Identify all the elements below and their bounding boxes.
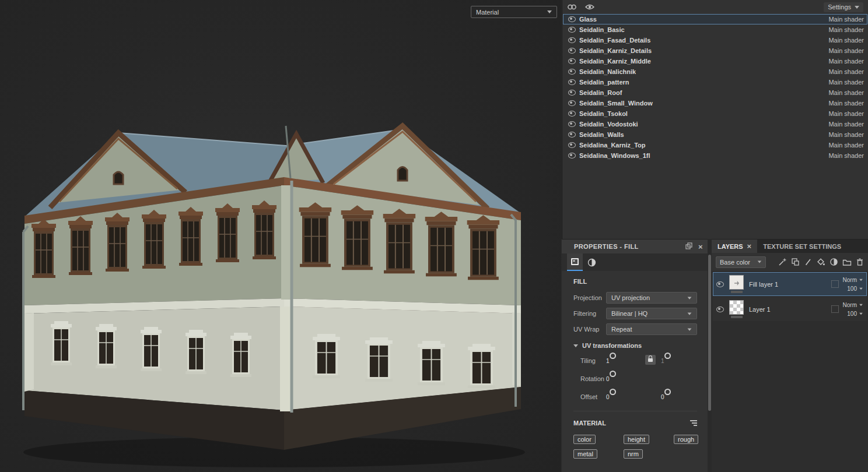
texture-set-row[interactable]: Seidalin_Fasad_Details Main shader: [563, 35, 867, 45]
texture-set-name: Seidalin_Nalichnik: [579, 68, 636, 75]
shader-assignment[interactable]: Main shader: [828, 110, 864, 117]
channel-chip-color[interactable]: color: [573, 435, 596, 444]
visibility-eye-icon[interactable]: [568, 58, 576, 64]
properties-panel-header: PROPERTIES - FILL ×: [562, 239, 708, 253]
shader-assignment[interactable]: Main shader: [828, 100, 864, 107]
uv-transformations-header[interactable]: UV transformations: [573, 342, 697, 349]
texture-set-row[interactable]: Seidalina_Karniz_Top Main shader: [563, 140, 867, 150]
scrollbar-thumb[interactable]: [708, 255, 711, 411]
layer-visibility-eye-icon[interactable]: [716, 307, 724, 312]
visibility-eye-icon[interactable]: [568, 153, 576, 158]
layer-row-paint-layer[interactable]: Layer 1 Norm 100: [713, 297, 867, 321]
shader-assignment[interactable]: Main shader: [828, 37, 864, 44]
add-paint-layer-brush-icon[interactable]: [804, 258, 813, 266]
visibility-eye-icon[interactable]: [568, 69, 576, 75]
shader-assignment[interactable]: Main shader: [828, 131, 864, 138]
visibility-eye-icon[interactable]: [568, 27, 576, 33]
layer-row-fill-layer[interactable]: Fill layer 1 Norm 100: [713, 272, 867, 296]
add-fill-layer-bucket-icon[interactable]: [817, 258, 825, 266]
blend-mode-value: Norm: [843, 277, 857, 283]
visibility-eye-icon[interactable]: [568, 111, 576, 117]
layer-visibility-eye-icon[interactable]: [716, 281, 724, 287]
channel-chip-nrm[interactable]: nrm: [624, 449, 643, 459]
opacity-control[interactable]: 100: [847, 311, 863, 317]
add-effect-wand-icon[interactable]: [778, 258, 787, 266]
shader-assignment[interactable]: Main shader: [828, 152, 864, 159]
texture-set-row[interactable]: Seidalin_Small_Window Main shader: [563, 98, 867, 108]
texture-set-row[interactable]: Seidalin_Walls Main shader: [563, 129, 867, 140]
shader-assignment[interactable]: Main shader: [828, 121, 864, 128]
visibility-eye-icon[interactable]: [568, 79, 576, 85]
slider-knob[interactable]: [610, 371, 616, 377]
tab-texture-set-settings[interactable]: TEXTURE SET SETTINGS: [757, 239, 847, 253]
link-texture-sets-icon[interactable]: [567, 3, 577, 11]
texture-set-settings-dropdown[interactable]: Settings: [824, 2, 863, 12]
add-smart-material-icon[interactable]: [791, 258, 800, 266]
visibility-eye-icon[interactable]: [568, 16, 576, 22]
slider-knob[interactable]: [664, 389, 671, 395]
texture-set-name: Seidalin_Tsokol: [579, 110, 628, 117]
texture-set-row[interactable]: Seidalin_Karniz_Details Main shader: [563, 45, 867, 56]
visibility-eye-icon[interactable]: [568, 132, 576, 138]
shader-assignment[interactable]: Main shader: [828, 89, 864, 96]
rotation-value: 0: [606, 376, 610, 382]
texture-set-row[interactable]: Seidalin_Nalichnik Main shader: [563, 66, 867, 77]
texture-set-row[interactable]: Seidalin_Vodostoki Main shader: [563, 119, 867, 129]
channel-chip-height[interactable]: height: [624, 435, 649, 444]
shader-assignment[interactable]: Main shader: [828, 26, 864, 33]
tab-fill-parameters[interactable]: [567, 253, 583, 271]
properties-scrollbar[interactable]: [708, 239, 712, 472]
channel-chip-rough[interactable]: rough: [674, 435, 698, 444]
texture-set-name: Seidalin_Walls: [579, 131, 624, 138]
toggle-all-visibility-eye-icon[interactable]: [585, 3, 594, 10]
visibility-eye-icon[interactable]: [568, 48, 576, 54]
layer-thumbnail[interactable]: [729, 300, 744, 315]
visibility-eye-icon[interactable]: [568, 100, 576, 106]
texture-set-row[interactable]: Seidalina_Windows_1fl Main shader: [563, 150, 867, 161]
visibility-eye-icon[interactable]: [568, 142, 576, 148]
slider-knob[interactable]: [610, 353, 616, 359]
blend-mode-dropdown[interactable]: Norm: [843, 302, 863, 308]
shader-assignment[interactable]: Main shader: [828, 68, 864, 75]
texture-set-row[interactable]: Seidalin_Roof Main shader: [563, 87, 867, 98]
3d-viewport[interactable]: Material: [0, 0, 561, 472]
channel-filter-icon[interactable]: [690, 420, 697, 426]
texture-set-name: Seidalina_Karniz_Top: [579, 142, 646, 149]
close-panel-icon[interactable]: ×: [698, 243, 703, 251]
slider-knob[interactable]: [664, 353, 671, 359]
tiling-lock-icon[interactable]: [645, 355, 656, 365]
popout-panel-icon[interactable]: [685, 242, 692, 251]
texture-set-row[interactable]: Seidalin_Basic Main shader: [563, 24, 867, 35]
channel-chip-metal[interactable]: metal: [573, 449, 597, 459]
blend-mode-dropdown[interactable]: Norm: [843, 277, 863, 283]
texture-set-row[interactable]: Seidalin_Karniz_Middle Main shader: [563, 56, 867, 66]
texture-set-row[interactable]: Seidalin_Tsokol Main shader: [563, 108, 867, 119]
add-folder-icon[interactable]: [842, 258, 852, 266]
visibility-eye-icon[interactable]: [568, 90, 576, 96]
visibility-eye-icon[interactable]: [568, 37, 576, 43]
tab-layers[interactable]: LAYERS ×: [712, 239, 757, 253]
uv-wrap-dropdown[interactable]: Repeat: [606, 323, 697, 335]
opacity-control[interactable]: 100: [847, 286, 863, 292]
layer-thumbnail[interactable]: [729, 275, 744, 290]
shader-assignment[interactable]: Main shader: [828, 79, 864, 86]
layer-mask-slot-icon[interactable]: [831, 305, 839, 313]
texture-set-row[interactable]: Seidalin_pattern Main shader: [563, 77, 867, 87]
texture-set-row[interactable]: Glass Main shader: [563, 14, 867, 24]
projection-dropdown[interactable]: UV projection: [606, 292, 697, 304]
shader-assignment[interactable]: Main shader: [828, 142, 864, 149]
visibility-eye-icon[interactable]: [568, 121, 576, 127]
viewport-shading-dropdown[interactable]: Material: [471, 6, 557, 18]
close-tab-icon[interactable]: ×: [747, 242, 752, 250]
channel-view-dropdown[interactable]: Base color: [716, 256, 766, 268]
layer-mask-slot-icon[interactable]: [831, 280, 839, 288]
shader-assignment[interactable]: Main shader: [828, 16, 864, 23]
add-smart-mask-sphere-icon[interactable]: [830, 258, 838, 266]
opacity-value: 100: [847, 286, 857, 292]
filtering-dropdown[interactable]: Bilinear | HQ: [606, 308, 697, 319]
delete-layer-trash-icon[interactable]: [856, 258, 864, 266]
tab-material-sphere[interactable]: [584, 253, 600, 271]
shader-assignment[interactable]: Main shader: [828, 47, 864, 54]
slider-knob[interactable]: [610, 389, 616, 395]
shader-assignment[interactable]: Main shader: [828, 58, 864, 65]
